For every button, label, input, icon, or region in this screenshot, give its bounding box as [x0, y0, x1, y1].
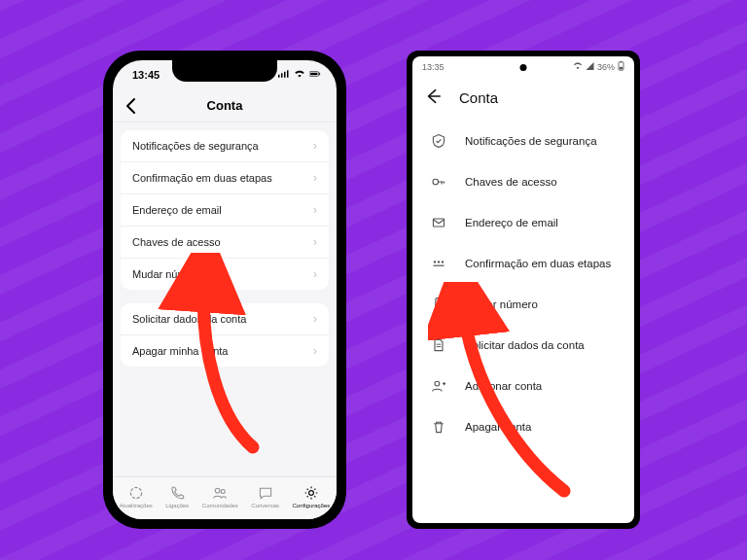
chevron-right-icon: ›	[313, 267, 317, 281]
row-two-step[interactable]: Confirmação em duas etapas›	[121, 162, 329, 194]
svg-rect-2	[284, 72, 286, 78]
row-delete-account[interactable]: Apagar conta	[412, 406, 634, 447]
svg-rect-13	[621, 61, 622, 62]
ios-nav-header: Conta	[113, 89, 337, 122]
page-title: Conta	[459, 89, 498, 106]
phone-icon	[169, 485, 185, 502]
chevron-right-icon: ›	[313, 312, 317, 326]
svg-rect-1	[281, 73, 283, 78]
chat-icon	[258, 485, 273, 502]
iphone-screen: 13:45 Conta Notificações de segur	[113, 60, 337, 519]
tab-communities[interactable]: Comunidades	[202, 485, 238, 508]
svg-rect-12	[620, 67, 622, 70]
people-icon	[212, 485, 228, 502]
svg-rect-3	[287, 70, 289, 78]
row-security-notifications[interactable]: Notificações de segurança	[412, 121, 634, 161]
tab-calls[interactable]: Ligações	[165, 485, 189, 508]
battery-icon	[309, 69, 321, 81]
row-label: Confirmação em duas etapas	[132, 172, 272, 184]
row-security-notifications[interactable]: Notificações de segurança›	[121, 130, 329, 162]
row-label: Confirmação em duas etapas	[465, 258, 611, 269]
android-settings-list: Notificações de segurança Chaves de aces…	[412, 117, 634, 451]
ios-tab-bar: Atualizações Ligações Comunidades Conver…	[113, 476, 337, 519]
svg-rect-6	[319, 73, 320, 75]
chevron-right-icon: ›	[313, 139, 317, 153]
row-label: Mudar número	[132, 268, 202, 280]
svg-point-10	[308, 490, 313, 495]
tab-label: Configurações	[293, 503, 331, 508]
row-label: Apagar conta	[465, 421, 531, 433]
signal-icon	[586, 62, 594, 72]
row-label: Solicitar dados da conta	[465, 339, 585, 351]
row-request-data[interactable]: Solicitar dados da conta	[412, 325, 634, 366]
tab-label: Ligações	[165, 503, 189, 508]
wifi-icon	[294, 69, 305, 81]
row-request-data[interactable]: Solicitar dados da conta›	[121, 303, 329, 335]
ios-content: Notificações de segurança› Confirmação e…	[113, 122, 337, 388]
document-icon	[430, 336, 447, 354]
gear-icon	[303, 485, 319, 502]
chevron-right-icon: ›	[313, 235, 317, 249]
svg-rect-19	[433, 265, 444, 266]
tab-label: Atualizações	[120, 503, 153, 508]
tab-settings[interactable]: Configurações	[293, 485, 331, 508]
svg-rect-5	[310, 73, 317, 75]
chevron-right-icon: ›	[313, 203, 317, 217]
trash-icon	[430, 418, 447, 436]
svg-point-14	[433, 179, 439, 185]
person-add-icon	[430, 377, 447, 395]
pin-dots-icon	[430, 255, 447, 272]
svg-point-21	[438, 307, 440, 309]
row-label: Endereço de email	[465, 217, 558, 228]
row-passkeys[interactable]: Chaves de acesso›	[121, 227, 329, 259]
wifi-icon	[573, 62, 583, 72]
shield-icon	[430, 132, 447, 150]
back-button[interactable]	[424, 88, 442, 108]
status-circle-icon	[128, 485, 144, 502]
svg-point-7	[130, 487, 141, 498]
ios-time: 13:45	[132, 69, 160, 81]
row-passkeys[interactable]: Chaves de acesso	[412, 161, 634, 202]
row-email[interactable]: Endereço de email	[412, 202, 634, 243]
row-label: Solicitar dados da conta	[132, 313, 246, 325]
android-nav-header: Conta	[412, 78, 634, 117]
row-label: Chaves de acesso	[465, 176, 557, 188]
svg-rect-0	[278, 75, 280, 78]
signal-icon	[278, 69, 290, 81]
mail-icon	[430, 214, 447, 231]
svg-point-22	[435, 381, 440, 386]
row-change-number[interactable]: Mudar número	[412, 284, 634, 325]
android-device: 13:35 36% Conta Notificações de seguranç…	[407, 51, 640, 529]
ios-settings-group-1: Notificações de segurança› Confirmação e…	[121, 130, 329, 290]
chevron-right-icon: ›	[313, 171, 317, 185]
row-add-account[interactable]: Adicionar conta	[412, 366, 634, 406]
row-label: Endereço de email	[132, 204, 222, 216]
page-title: Conta	[207, 98, 243, 113]
android-camera-hole	[520, 64, 527, 71]
row-change-number[interactable]: Mudar número›	[121, 259, 329, 290]
svg-point-9	[222, 489, 226, 493]
tab-label: Comunidades	[202, 503, 238, 508]
battery-text: 36%	[597, 62, 615, 72]
svg-point-8	[216, 488, 221, 493]
row-email[interactable]: Endereço de email›	[121, 194, 329, 227]
phone-settings-icon	[430, 296, 447, 313]
row-label: Mudar número	[465, 298, 538, 310]
svg-rect-15	[433, 219, 444, 227]
row-label: Apagar minha conta	[132, 345, 228, 357]
chevron-right-icon: ›	[313, 344, 317, 358]
row-two-step[interactable]: Confirmação em duas etapas	[412, 243, 634, 284]
svg-point-18	[442, 261, 444, 262]
iphone-notch	[172, 60, 277, 82]
back-button[interactable]	[123, 97, 140, 115]
row-label: Notificações de segurança	[132, 140, 259, 152]
battery-icon	[618, 61, 624, 73]
key-icon	[430, 173, 447, 191]
tab-updates[interactable]: Atualizações	[120, 485, 153, 508]
row-label: Adicionar conta	[465, 380, 542, 392]
android-screen: 13:35 36% Conta Notificações de seguranç…	[412, 56, 634, 523]
row-label: Notificações de segurança	[465, 135, 597, 147]
row-delete-account[interactable]: Apagar minha conta›	[121, 335, 329, 367]
tab-chats[interactable]: Conversas	[251, 485, 279, 508]
android-time: 13:35	[422, 62, 445, 72]
